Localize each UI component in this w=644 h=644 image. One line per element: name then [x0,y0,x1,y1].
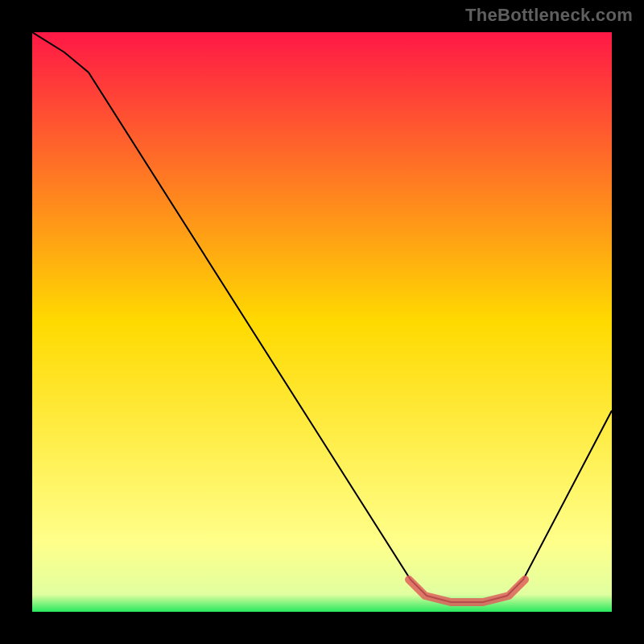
chart-frame: TheBottleneck.com [0,0,644,644]
watermark-text: TheBottleneck.com [465,5,633,26]
chart-svg [32,32,612,612]
plot-area [32,32,612,612]
